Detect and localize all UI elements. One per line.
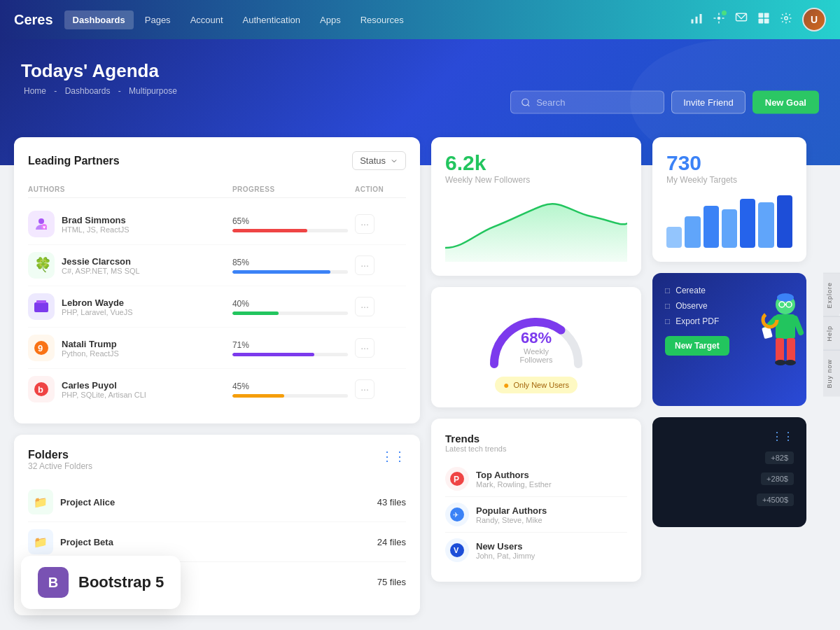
gauge-badge-container: ● Only New Users xyxy=(445,371,627,393)
stats-badge: +82$ xyxy=(765,451,794,464)
trend-people: Randy, Steve, Mike xyxy=(476,516,547,524)
nav-authentication[interactable]: Authentication xyxy=(234,10,309,29)
bootstrap-icon: B xyxy=(38,567,69,598)
new-target-button[interactable]: New Target xyxy=(665,336,729,356)
author-avatar: 9 xyxy=(28,335,55,361)
search-input[interactable] xyxy=(536,97,648,108)
author-name: Natali Trump xyxy=(62,339,119,349)
stats-dots-icon: ⋮⋮ xyxy=(771,430,794,443)
search-box[interactable] xyxy=(510,91,664,114)
status-select[interactable]: Status xyxy=(352,151,406,170)
action-button[interactable]: ··· xyxy=(355,214,374,234)
settings-icon[interactable] xyxy=(780,12,792,27)
author-avatar xyxy=(28,293,55,320)
leading-partners-card: Leading Partners Status AUTHORS PROGRESS… xyxy=(14,137,420,424)
action-button[interactable]: ··· xyxy=(355,338,374,358)
stats-badge: +4500$ xyxy=(757,493,794,506)
side-explore[interactable]: Explore xyxy=(823,273,840,317)
sparkle-icon[interactable] xyxy=(713,12,725,27)
svg-line-39 xyxy=(795,318,801,332)
col-authors: AUTHORS xyxy=(28,186,232,193)
author-row: ♥ Brad Simmons HTML, JS, ReactJS 65% xyxy=(28,204,406,245)
progress-bar-fill xyxy=(232,270,330,274)
nav-items: Dashboards Pages Account Authentication … xyxy=(64,10,412,29)
bar-item xyxy=(740,199,755,248)
nav-right: U xyxy=(690,8,826,31)
nav-resources[interactable]: Resources xyxy=(352,10,412,29)
cta-illustration xyxy=(743,273,806,406)
side-help[interactable]: Help xyxy=(823,316,840,350)
trend-icon: V xyxy=(445,538,469,562)
progress-bar-bg xyxy=(232,353,348,356)
search-icon xyxy=(521,97,531,107)
targets-label: My Weekly Targets xyxy=(666,175,792,185)
author-info: Lebron Wayde PHP, Laravel, VueJS xyxy=(28,293,232,320)
navbar: Ceres Dashboards Pages Account Authentic… xyxy=(0,0,840,39)
trend-details: Popular Authors Randy, Steve, Mike xyxy=(476,505,547,524)
nav-account[interactable]: Account xyxy=(182,10,232,29)
svg-text:🍀: 🍀 xyxy=(34,256,51,273)
bar-item xyxy=(685,216,700,248)
svg-rect-12 xyxy=(764,19,769,24)
progress-pct: 71% xyxy=(232,340,348,350)
stats-bar-item: +280$ xyxy=(665,472,794,485)
author-info: 🍀 Jessie Clarcson C#, ASP.NET, MS SQL xyxy=(28,252,232,279)
bootstrap-label: Bootstrap 5 xyxy=(78,573,164,592)
nav-pages[interactable]: Pages xyxy=(136,10,179,29)
user-avatar[interactable]: U xyxy=(802,8,826,31)
page-title: Todays' Agenda xyxy=(21,60,819,82)
invite-friend-button[interactable]: Invite Friend xyxy=(671,91,746,114)
followers-number: 6.2k xyxy=(445,151,627,175)
author-skills: Python, ReactJS xyxy=(62,349,119,358)
svg-rect-0 xyxy=(692,20,694,24)
grid-icon[interactable] xyxy=(757,12,770,27)
breadcrumb-multipurpose[interactable]: Multipurpose xyxy=(129,86,177,96)
action-button[interactable]: ··· xyxy=(355,379,374,399)
progress-col: 40% xyxy=(232,299,355,315)
author-skills: HTML, JS, ReactJS xyxy=(62,225,130,234)
notification-dot xyxy=(722,10,727,15)
followers-card: 6.2k Weekly New Followers xyxy=(431,137,641,276)
progress-bar-bg xyxy=(232,270,348,274)
side-buy-now[interactable]: Buy now xyxy=(823,350,840,397)
trends-title: Trends xyxy=(445,433,627,444)
progress-col: 85% xyxy=(232,258,355,274)
author-info: b Carles Puyol PHP, SQLite, Artisan CLI xyxy=(28,376,232,402)
svg-rect-10 xyxy=(764,13,769,18)
bar-chart-icon[interactable] xyxy=(690,12,703,27)
followers-chart xyxy=(445,192,627,262)
breadcrumb-home[interactable]: Home xyxy=(24,86,46,96)
trends-subtitle: Latest tech trends xyxy=(445,444,627,453)
trend-p-icon: P xyxy=(450,472,464,486)
action-button[interactable]: ··· xyxy=(355,297,374,316)
progress-bar-fill xyxy=(232,229,307,232)
author-avatar-icon: ♥ xyxy=(33,216,50,232)
action-button[interactable]: ··· xyxy=(355,255,374,275)
author-name: Lebron Wayde xyxy=(62,298,133,308)
author-row: 9 Natali Trump Python, ReactJS 71% ·· xyxy=(28,328,406,369)
gauge-label: Weekly Followers xyxy=(508,347,564,364)
nav-apps[interactable]: Apps xyxy=(312,10,349,29)
svg-rect-41 xyxy=(787,338,795,363)
svg-text:♥: ♥ xyxy=(43,225,46,230)
nav-dashboards[interactable]: Dashboards xyxy=(64,10,134,29)
trend-item: ✈ Popular Authors Randy, Steve, Mike xyxy=(445,497,627,533)
folders-dots-icon[interactable]: ⋮⋮ xyxy=(381,449,406,464)
progress-pct: 45% xyxy=(232,382,348,391)
gauge-value: 68% Weekly Followers xyxy=(508,329,564,364)
stats-badge: +280$ xyxy=(761,472,794,485)
lp-title: Leading Partners xyxy=(28,155,120,167)
progress-pct: 65% xyxy=(232,216,348,226)
author-avatar-icon xyxy=(31,297,51,316)
author-avatar-icon: b xyxy=(31,379,51,399)
breadcrumb-dashboards[interactable]: Dashboards xyxy=(65,86,111,96)
bar-item xyxy=(758,202,774,248)
bar-fill xyxy=(740,199,755,248)
svg-rect-20 xyxy=(34,302,48,312)
chat-icon[interactable] xyxy=(735,12,748,27)
bar-fill xyxy=(685,216,700,248)
progress-bar-bg xyxy=(232,394,348,398)
author-row: b Carles Puyol PHP, SQLite, Artisan CLI … xyxy=(28,369,406,410)
folders-title-group: Folders 32 Active Folders xyxy=(28,449,92,479)
new-goal-button[interactable]: New Goal xyxy=(752,91,819,114)
